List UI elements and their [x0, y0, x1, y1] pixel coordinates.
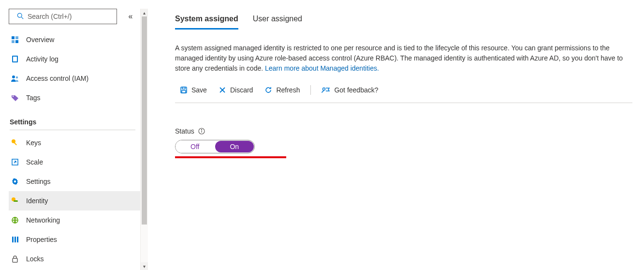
svg-point-9 [16, 76, 18, 78]
nav-label: Activity log [26, 55, 59, 63]
feedback-icon [322, 86, 330, 94]
feedback-label: Got feedback? [334, 86, 378, 94]
collapse-sidebar-button[interactable]: « [124, 12, 137, 21]
search-input[interactable]: Search (Ctrl+/) [9, 9, 117, 24]
nav-scale[interactable]: Scale [9, 152, 140, 172]
search-placeholder: Search (Ctrl+/) [28, 13, 72, 20]
description-text: A system assigned managed identity is re… [175, 43, 629, 74]
nav-identity[interactable]: Identity [9, 191, 140, 210]
refresh-label: Refresh [276, 86, 300, 94]
activity-log-icon [10, 55, 20, 63]
svg-rect-21 [13, 258, 17, 262]
nav-activity-log[interactable]: Activity log [9, 49, 140, 69]
settings-icon [10, 178, 20, 185]
nav-access-control[interactable]: Access control (IAM) [9, 69, 140, 88]
save-button[interactable]: Save [175, 82, 212, 98]
tab-system-assigned[interactable]: System assigned [175, 15, 238, 30]
nav-keys[interactable]: Keys [9, 133, 140, 152]
nav-label: Networking [26, 216, 60, 224]
svg-point-0 [17, 13, 22, 17]
settings-section-header: Settings [10, 118, 135, 130]
svg-line-1 [21, 17, 23, 19]
svg-rect-16 [14, 200, 18, 202]
status-toggle[interactable]: Off On [175, 140, 255, 153]
nav-label: Settings [26, 178, 51, 185]
info-icon[interactable] [198, 128, 205, 135]
properties-icon [10, 236, 20, 243]
svg-rect-4 [12, 40, 15, 43]
access-control-icon [10, 75, 20, 82]
description-body: A system assigned managed identity is re… [175, 44, 623, 72]
svg-rect-19 [15, 237, 16, 242]
status-label: Status [175, 127, 194, 135]
status-toggle-on[interactable]: On [215, 141, 254, 152]
svg-rect-20 [17, 237, 18, 242]
nav-label: Access control (IAM) [26, 75, 88, 82]
svg-rect-23 [182, 87, 185, 89]
nav-label: Overview [26, 36, 54, 44]
keys-icon [10, 139, 20, 147]
nav-label: Properties [26, 236, 57, 243]
svg-rect-5 [15, 40, 18, 43]
nav-tags[interactable]: Tags [9, 88, 140, 107]
svg-rect-7 [13, 57, 17, 61]
nav-label: Identity [26, 197, 48, 205]
svg-point-27 [323, 88, 325, 90]
identity-icon [10, 197, 20, 205]
nav-networking[interactable]: Networking [9, 210, 140, 230]
nav-label: Tags [26, 94, 41, 102]
svg-point-8 [12, 75, 15, 78]
scroll-thumb[interactable] [142, 16, 147, 225]
svg-rect-18 [12, 237, 14, 242]
learn-more-link[interactable]: Learn more about Managed identities. [265, 64, 379, 72]
svg-point-10 [13, 96, 14, 97]
locks-icon [10, 255, 20, 263]
discard-icon [219, 86, 226, 94]
overview-icon [10, 36, 20, 44]
command-separator [310, 85, 311, 95]
annotation-underline [175, 156, 286, 158]
refresh-icon [264, 86, 272, 94]
svg-rect-3 [15, 36, 18, 39]
sidebar-scrollbar[interactable]: ▴ ▾ [140, 9, 148, 270]
nav-properties[interactable]: Properties [9, 230, 140, 249]
feedback-button[interactable]: Got feedback? [317, 82, 383, 98]
nav-label: Keys [26, 139, 41, 147]
tags-icon [10, 94, 20, 102]
nav-label: Locks [26, 255, 44, 263]
svg-point-30 [201, 129, 202, 130]
refresh-button[interactable]: Refresh [260, 82, 305, 98]
nav-settings[interactable]: Settings [9, 172, 140, 191]
nav-locks[interactable]: Locks [9, 249, 140, 269]
scroll-up-icon[interactable]: ▴ [141, 9, 148, 16]
status-toggle-off[interactable]: Off [176, 140, 215, 153]
command-bar: Save Discard Refresh Got feedback? [175, 82, 632, 103]
search-icon [17, 13, 24, 21]
discard-label: Discard [230, 86, 253, 94]
networking-icon [10, 216, 20, 224]
tab-bar: System assigned User assigned [175, 15, 632, 30]
sidebar: Search (Ctrl+/) « Overview Activity log [0, 0, 148, 270]
save-icon [180, 86, 188, 94]
nav-overview[interactable]: Overview [9, 30, 140, 49]
discard-button[interactable]: Discard [214, 82, 258, 98]
nav-label: Scale [26, 158, 43, 166]
scale-icon [10, 158, 20, 166]
svg-rect-12 [14, 142, 17, 145]
svg-point-11 [12, 139, 15, 143]
save-label: Save [191, 86, 207, 94]
tab-user-assigned[interactable]: User assigned [253, 15, 302, 30]
main-content: System assigned User assigned A system a… [148, 0, 644, 270]
svg-point-14 [14, 180, 16, 183]
svg-rect-2 [12, 36, 15, 39]
scroll-down-icon[interactable]: ▾ [141, 262, 148, 270]
svg-rect-24 [182, 90, 186, 93]
